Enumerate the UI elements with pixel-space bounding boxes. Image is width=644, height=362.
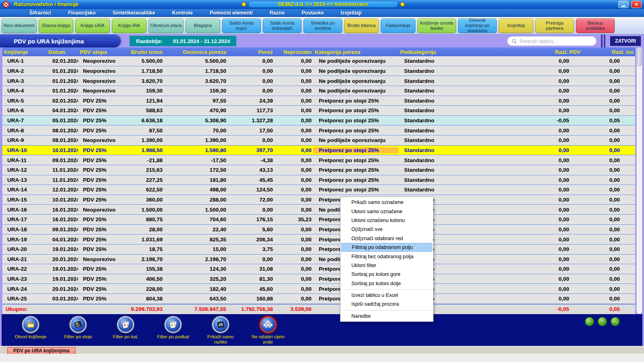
table-row-ura-1[interactable]: URA-102.01.2024Neoporezivo5.500,005.500,… <box>2 56 635 66</box>
table-cell[interactable]: 0,00 <box>526 246 582 252</box>
table-cell[interactable]: Standardno <box>398 147 526 153</box>
table-cell[interactable]: PDV 25% <box>78 117 119 123</box>
table-cell[interactable]: 0,00 <box>275 88 313 94</box>
table-cell[interactable]: Standardno <box>398 177 526 183</box>
table-cell[interactable]: URA-9 <box>2 137 47 143</box>
table-cell[interactable]: Pretporez po stopi 25% <box>313 167 398 173</box>
context-menu-item-ukloni-samo-ozna-ene[interactable]: Ukloni samo označene <box>341 207 433 216</box>
table-row-ura-20[interactable]: URA-2019.01.2024PDV 25%18,7515,003,750,0… <box>2 245 635 255</box>
context-menu-item-prika-i-samo-ozna-ene[interactable]: Prikaži samo označene <box>341 198 433 207</box>
table-cell[interactable]: Standardno <box>398 157 526 163</box>
table-cell[interactable]: 0,00 <box>526 147 582 153</box>
table-cell[interactable]: 0,00 <box>582 197 635 203</box>
table-cell[interactable]: 227,25 <box>119 177 164 183</box>
table-row-ura-25[interactable]: URA-2503.01.2024PDV 25%804,38643,50160,8… <box>2 294 635 304</box>
table-cell[interactable]: 81,30 <box>228 276 275 282</box>
table-cell[interactable]: 0,00 <box>275 226 313 232</box>
table-cell[interactable]: 0,00 <box>275 266 313 272</box>
table-cell[interactable]: 0,00 <box>582 177 635 183</box>
table-cell[interactable]: 0,00 <box>526 88 582 94</box>
menu-item-pomo-ni-elementi[interactable]: Pomoćni elementi <box>201 10 261 16</box>
table-cell[interactable]: 0,00 <box>526 128 582 134</box>
table-cell[interactable]: 19.01.2024 <box>47 246 78 252</box>
toolbar-button-knjiga-ura[interactable]: Knjiga URA <box>75 19 110 33</box>
table-cell[interactable]: 0,00 <box>582 107 635 113</box>
table-cell[interactable]: PDV 25% <box>78 98 119 104</box>
action-button-ne-odabiri-cijelo-polje[interactable]: Ne odabiri cijelo polje <box>248 314 288 346</box>
vertical-scrollbar[interactable] <box>636 47 642 314</box>
table-cell[interactable]: 5.308,90 <box>164 117 228 123</box>
table-cell[interactable]: 1.590,80 <box>164 147 228 153</box>
table-cell[interactable]: 08.01.2024 <box>47 128 78 134</box>
table-cell[interactable]: URA-23 <box>2 276 47 282</box>
table-cell[interactable]: Pretporez po stopi 25% <box>313 177 398 183</box>
table-cell[interactable]: 406,50 <box>119 276 164 282</box>
context-menu-item-o-d-zna-i-odabrani-red[interactable]: O(d)znači odabrani red <box>341 234 433 243</box>
table-cell[interactable]: 0,00 <box>582 187 635 193</box>
table-cell[interactable]: 124,30 <box>164 266 228 272</box>
table-cell[interactable]: 0,00 <box>582 58 635 64</box>
table-cell[interactable]: 0,00 <box>582 68 635 74</box>
table-row-ura-8[interactable]: URA-808.01.2024PDV 25%87,5070,0017,500,0… <box>2 125 635 136</box>
table-cell[interactable]: 643,50 <box>164 296 228 302</box>
column-header-knji-enje[interactable]: Knjiženje <box>2 49 47 55</box>
table-cell[interactable]: 0,00 <box>582 256 635 262</box>
table-cell[interactable]: Pretporez po stopi 25% <box>313 128 398 134</box>
toolbar-button-izvje-taji[interactable]: Izvještaji <box>499 19 533 33</box>
table-cell[interactable]: Standardno <box>398 88 526 94</box>
table-cell[interactable]: Neoporezivo <box>78 78 119 84</box>
table-cell[interactable]: PDV 25% <box>78 286 119 292</box>
table-row-ura-14[interactable]: URA-1412.01.2024PDV 25%622,50498,00124,5… <box>2 185 635 195</box>
column-header-brutto-iznos[interactable]: Brutto iznos <box>119 49 164 55</box>
table-row-ura-15[interactable]: URA-1510.01.2024PDV 25%360,00288,0072,00… <box>2 195 635 205</box>
table-cell[interactable]: 0,00 <box>228 207 275 213</box>
table-cell[interactable]: 0,00 <box>582 78 635 84</box>
table-cell[interactable]: 18,75 <box>119 246 164 252</box>
table-cell[interactable]: 0,00 <box>228 58 275 64</box>
table-cell[interactable]: 159,30 <box>119 88 164 94</box>
table-cell[interactable]: 02.01.2024 <box>47 58 78 64</box>
table-cell[interactable]: 159,30 <box>164 88 228 94</box>
toolbar-button-dnevnik-knji-enja-po-stavkama[interactable]: Dnevnik knjiženja po stavkama <box>458 19 497 33</box>
table-cell[interactable]: 20.01.2024 <box>47 256 78 262</box>
table-cell[interactable]: 0,00 <box>582 276 635 282</box>
table-row-ura-16[interactable]: URA-1616.01.2024Neoporezivo1.500,001.500… <box>2 205 635 215</box>
table-cell[interactable]: Ne podliježe oporezivanju <box>313 68 398 74</box>
action-button-otvori-knji-enje[interactable]: Otvori knjiženje <box>10 314 51 346</box>
table-cell[interactable]: -21,88 <box>119 157 164 163</box>
table-cell[interactable]: 35,23 <box>275 216 313 222</box>
table-cell[interactable]: 19.01.2024 <box>47 276 78 282</box>
close-button[interactable]: ✕ <box>631 1 642 8</box>
table-cell[interactable]: 0,00 <box>228 78 275 84</box>
table-row-ura-3[interactable]: URA-301.01.2024Neoporezivo3.620,703.620,… <box>2 76 635 86</box>
action-button-filter-po-stopi[interactable]: Filter po stopi <box>58 314 98 346</box>
table-cell[interactable]: -0,05 <box>526 117 582 123</box>
table-cell[interactable]: 72,00 <box>228 197 275 203</box>
toolbar-button-sintetika-po-kontima[interactable]: Sintetika po kontima <box>303 19 342 33</box>
toolbar-button-pretraga-partnera[interactable]: Pretraga partnera <box>535 19 574 33</box>
table-cell[interactable]: 0,00 <box>275 78 313 84</box>
table-cell[interactable]: 6.636,18 <box>119 117 164 123</box>
table-cell[interactable]: 0,00 <box>275 107 313 113</box>
table-row-ura-17[interactable]: URA-1716.01.2024PDV 25%880,75704,60176,1… <box>2 215 635 225</box>
table-cell[interactable]: 0,00 <box>526 276 582 282</box>
menu-item-financijsko[interactable]: Financijsko <box>60 10 104 16</box>
table-cell[interactable]: URA-5 <box>2 98 47 104</box>
table-cell[interactable]: 498,00 <box>164 187 228 193</box>
table-cell[interactable]: 0,00 <box>582 226 635 232</box>
table-row-ura-10[interactable]: URA-1010.01.2024PDV 25%1.988,501.590,803… <box>2 146 635 156</box>
toolbar-button-novi-dokument[interactable]: Novi dokument <box>2 19 37 33</box>
table-cell[interactable]: URA-4 <box>2 88 47 94</box>
table-cell[interactable]: 0,00 <box>526 177 582 183</box>
table-cell[interactable]: 0,00 <box>582 246 635 252</box>
table-cell[interactable]: Pretporez po stopi 25% <box>313 117 398 123</box>
table-cell[interactable]: URA-12 <box>2 167 47 173</box>
table-cell[interactable]: 0,00 <box>582 167 635 173</box>
table-cell[interactable]: URA-20 <box>2 246 47 252</box>
table-cell[interactable]: 24,39 <box>228 98 275 104</box>
table-cell[interactable]: 325,20 <box>164 276 228 282</box>
table-cell[interactable]: Standardno <box>398 68 526 74</box>
table-cell[interactable]: 3.620,70 <box>119 78 164 84</box>
table-cell[interactable]: URA-15 <box>2 197 47 203</box>
table-cell[interactable]: 1.390,00 <box>164 137 228 143</box>
